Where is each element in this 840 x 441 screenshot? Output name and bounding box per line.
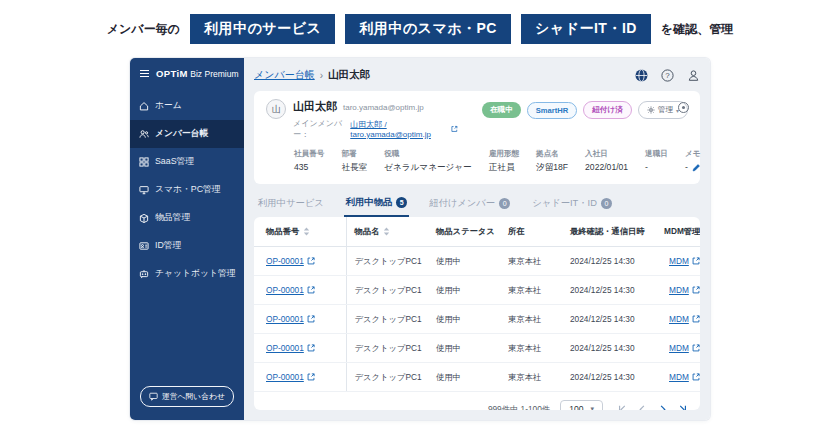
globe-icon[interactable] (635, 69, 648, 82)
sort-icon (383, 227, 390, 236)
member-fields: 社員番号 435 部署 社長室 役職 ゼネラルマネージャー 雇用形態 正社員 (294, 149, 688, 174)
sidebar-item-label: ホーム (155, 100, 182, 112)
chatbot-icon (139, 269, 149, 279)
sidebar-item-label: ID管理 (155, 240, 181, 252)
col-item-status[interactable]: 物品ステータス (428, 217, 500, 247)
sidebar-item-home[interactable]: ホーム (130, 92, 244, 120)
mdm-link[interactable]: MDM (669, 285, 700, 295)
headline-suffix: を確認、管理 (661, 21, 733, 38)
external-link-icon (692, 373, 700, 381)
item-no-link[interactable]: OP-00001 (266, 256, 315, 266)
headline: メンバー毎の 利用中のサービス 利用中のスマホ・PC シャドーIT・ID を確認… (0, 14, 840, 44)
main-member-label: メインメンバー： (293, 118, 347, 140)
col-item-no[interactable]: 物品番号 (254, 217, 346, 247)
external-link-icon (692, 257, 700, 265)
field-value: 社長室 (341, 162, 367, 174)
item-status: 使用中 (428, 334, 500, 363)
mdm-link[interactable]: MDM (669, 314, 700, 324)
item-no-link[interactable]: OP-00001 (266, 372, 315, 382)
tab-linked-members[interactable]: 紐付けメンバー 0 (427, 194, 512, 217)
help-icon[interactable]: ? (661, 69, 674, 82)
item-no-link[interactable]: OP-00001 (266, 343, 315, 353)
next-page-button[interactable] (657, 404, 668, 411)
sidebar-item-id[interactable]: ID管理 (130, 232, 244, 260)
tab-label: 利用中サービス (258, 197, 324, 210)
sidebar-item-members[interactable]: メンバー台帳 (130, 120, 244, 148)
tab-count-badge: 0 (499, 198, 510, 209)
col-mdm: MDM管理 (656, 217, 700, 247)
tab-services[interactable]: 利用中サービス (256, 194, 326, 217)
app-logo-bold: OPTiM (156, 68, 188, 79)
external-link-icon (692, 286, 700, 294)
member-identity: 山田太郎 taro.yamada@optim.jp メインメンバー： 山田太郎 … (293, 99, 458, 140)
pagination-summary: 999件中 1-100件 (488, 404, 550, 411)
chevron-down-icon: ▾ (590, 405, 594, 410)
mdm-label: MDM (669, 256, 689, 266)
sidebar: OPTiM Biz Premium ホーム メンバー台帳 SaaS管理 スマホ (130, 58, 244, 420)
table-row: OP-00001 デスクトップPC1 使用中 東京本社 2024/12/25 1… (254, 276, 700, 305)
contact-support-button[interactable]: 運営へ問い合わせ (140, 386, 234, 407)
linked-badge: 紐付け済 (583, 101, 632, 119)
field-employment-type: 雇用形態 正社員 (489, 149, 519, 174)
mdm-link[interactable]: MDM (669, 343, 700, 353)
page-size-value: 100 (569, 404, 583, 410)
mdm-link[interactable]: MDM (669, 372, 700, 382)
item-last-communication: 2024/12/25 14:30 (562, 363, 656, 392)
member-card: 山 山田太郎 taro.yamada@optim.jp メインメンバー： 山田太… (254, 91, 700, 184)
sidebar-item-device[interactable]: スマホ・PC管理 (130, 176, 244, 204)
home-icon (139, 101, 149, 111)
sort-icon (303, 227, 310, 236)
members-icon (139, 129, 149, 139)
app-logo-light: Biz Premium (190, 69, 238, 79)
external-link-icon (692, 344, 700, 352)
page-size-select[interactable]: 100 ▾ (560, 400, 603, 410)
headline-box-shadow-it: シャドーIT・ID (521, 14, 651, 44)
item-no: OP-00001 (266, 314, 304, 324)
external-link-icon (307, 315, 315, 323)
first-page-button[interactable] (617, 404, 628, 411)
external-link-icon (307, 344, 315, 352)
item-name: デスクトップPC1 (346, 305, 428, 334)
focus-target-icon[interactable] (678, 102, 689, 113)
breadcrumb-parent-link[interactable]: メンバー台帳 (254, 68, 315, 82)
sidebar-item-chatbot[interactable]: チャットボット管理 (130, 260, 244, 288)
avatar: 山 (266, 99, 286, 119)
hamburger-menu-icon[interactable] (139, 68, 150, 79)
sidebar-item-saas[interactable]: SaaS管理 (130, 148, 244, 176)
item-location: 東京本社 (500, 276, 562, 305)
item-name: デスクトップPC1 (346, 363, 428, 392)
item-no: OP-00001 (266, 343, 304, 353)
field-leave-date: 退職日 - (645, 149, 668, 174)
field-value: 正社員 (489, 162, 519, 174)
tab-count-badge: 0 (601, 198, 612, 209)
breadcrumb-current: 山田太郎 (328, 68, 370, 82)
prev-page-button[interactable] (637, 404, 648, 411)
tab-shadow-it[interactable]: シャドーIT・ID 0 (530, 194, 614, 217)
sidebar-item-assets[interactable]: 物品管理 (130, 204, 244, 232)
topbar: メンバー台帳 › 山田太郎 ? (254, 66, 700, 84)
field-label: 部署 (341, 149, 367, 159)
main-content: メンバー台帳 › 山田太郎 ? 山 (244, 58, 710, 420)
item-no-link[interactable]: OP-00001 (266, 314, 315, 324)
item-no: OP-00001 (266, 372, 304, 382)
last-page-button[interactable] (677, 404, 688, 411)
field-label: 入社日 (585, 149, 628, 159)
member-name: 山田太郎 (293, 99, 337, 114)
tab-items[interactable]: 利用中物品 5 (344, 194, 409, 217)
field-label: 雇用形態 (489, 149, 519, 159)
mdm-label: MDM (669, 314, 689, 324)
account-icon[interactable] (687, 69, 700, 82)
item-no-link[interactable]: OP-00001 (266, 285, 315, 295)
sidebar-item-label: チャットボット管理 (155, 268, 236, 280)
col-location: 所在 (500, 217, 562, 247)
edit-memo-icon[interactable] (692, 163, 701, 172)
field-label: 退職日 (645, 149, 668, 159)
main-member-link[interactable]: 山田太郎 / taro.yamada@optim.jp (350, 119, 458, 139)
item-location: 東京本社 (500, 363, 562, 392)
tab-count-badge: 5 (396, 197, 407, 208)
item-location: 東京本社 (500, 247, 562, 276)
field-employee-no: 社員番号 435 (294, 149, 324, 174)
col-item-name[interactable]: 物品名 (346, 217, 428, 247)
mdm-link[interactable]: MDM (669, 256, 700, 266)
table-header-row: 物品番号 物品名 物品ステータス 所在 最終確認・通信日時 MDM管理 (254, 217, 700, 247)
